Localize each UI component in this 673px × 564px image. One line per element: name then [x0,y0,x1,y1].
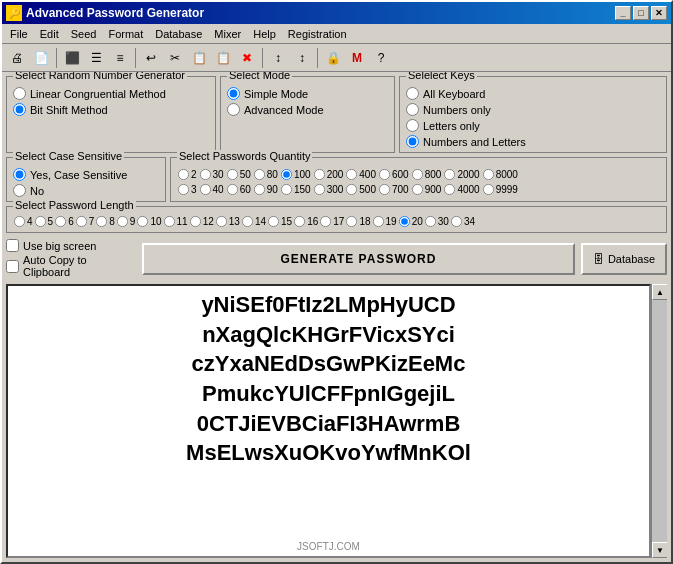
menu-help[interactable]: Help [247,26,282,42]
rng-linear-radio[interactable] [13,87,26,100]
qty-800-radio[interactable] [412,169,423,180]
toolbar-open[interactable]: 📄 [30,47,52,69]
menu-registration[interactable]: Registration [282,26,353,42]
toolbar-copy[interactable]: 📋 [188,47,210,69]
len-7: 7 [75,215,95,228]
qty-60-radio[interactable] [227,184,238,195]
mode-advanced-radio[interactable] [227,103,240,116]
scroll-up-button[interactable]: ▲ [652,284,667,300]
menu-seed[interactable]: Seed [65,26,103,42]
len-16-radio[interactable] [294,216,305,227]
toolbar-undo[interactable]: ↩ [140,47,162,69]
toolbar-align-center[interactable]: ☰ [85,47,107,69]
qty-900-radio[interactable] [412,184,423,195]
qty-grid: 2 30 50 80 100 200 400 600 800 2000 8000… [177,168,660,196]
len-4-radio[interactable] [14,216,25,227]
keys-numbers: Numbers only [406,103,660,116]
toolbar-align-left[interactable]: ⬛ [61,47,83,69]
auto-copy-checkbox[interactable] [6,260,19,273]
password-display: yNiSEf0FtIz2LMpHyUCD nXagQlcKHGrFVicxSYc… [6,284,651,558]
keys-letters-radio[interactable] [406,119,419,132]
keys-numletters-radio[interactable] [406,135,419,148]
len-30-radio[interactable] [425,216,436,227]
qty-150: 150 [280,183,311,196]
toolbar-align-right[interactable]: ≡ [109,47,131,69]
big-screen-checkbox[interactable] [6,239,19,252]
menu-mixer[interactable]: Mixer [208,26,247,42]
case-yes-radio[interactable] [13,168,26,181]
qty-40-radio[interactable] [200,184,211,195]
toolbar-lock[interactable]: 🔒 [322,47,344,69]
auto-copy-check: Auto Copy to Clipboard [6,254,136,278]
toolbar-paste[interactable]: 📋 [212,47,234,69]
toolbar-m[interactable]: M [346,47,368,69]
qty-200-radio[interactable] [314,169,325,180]
mode-advanced-label: Advanced Mode [244,104,324,116]
qty-900: 900 [411,183,442,196]
qty-150-radio[interactable] [281,184,292,195]
rng-bitshift-radio[interactable] [13,103,26,116]
len-13-radio[interactable] [216,216,227,227]
len-11-radio[interactable] [163,216,174,227]
qty-600: 600 [378,168,409,181]
len-5-radio[interactable] [35,216,46,227]
generate-button[interactable]: GENERATE PASSWORD [142,243,575,275]
menu-file[interactable]: File [4,26,34,42]
keys-all-radio[interactable] [406,87,419,100]
qty-3-radio[interactable] [178,184,189,195]
qty-50-radio[interactable] [227,169,238,180]
keys-numbers-radio[interactable] [406,103,419,116]
qty-4000-radio[interactable] [444,184,455,195]
toolbar-new[interactable]: 🖨 [6,47,28,69]
mode-simple-radio[interactable] [227,87,240,100]
len-15-radio[interactable] [268,216,279,227]
maximize-button[interactable]: □ [633,6,649,20]
qty-80-radio[interactable] [254,169,265,180]
qty-90-radio[interactable] [254,184,265,195]
qty-8000-radio[interactable] [483,169,494,180]
len-10: 10 [136,215,161,228]
qty-300-radio[interactable] [314,184,325,195]
qty-9999: 9999 [482,183,518,196]
qty-9999-radio[interactable] [483,184,494,195]
qty-700-radio[interactable] [379,184,390,195]
scroll-track[interactable] [652,300,667,542]
len-14-radio[interactable] [242,216,253,227]
len-9-radio[interactable] [117,216,128,227]
qty-100-radio[interactable] [281,169,292,180]
qty-2000-radio[interactable] [444,169,455,180]
mode-panel: Select Mode Simple Mode Advanced Mode [220,76,395,153]
big-screen-check: Use big screen [6,239,136,252]
database-button[interactable]: 🗄 Database [581,243,667,275]
minimize-button[interactable]: _ [615,6,631,20]
toolbar-cut[interactable]: ✂ [164,47,186,69]
qty-400-radio[interactable] [346,169,357,180]
scroll-down-button[interactable]: ▼ [652,542,667,558]
toolbar-sort-asc[interactable]: ↕ [267,47,289,69]
len-20-radio[interactable] [399,216,410,227]
menu-edit[interactable]: Edit [34,26,65,42]
case-yes-label: Yes, Case Sensitive [30,169,127,181]
keys-letters-label: Letters only [423,120,480,132]
len-19-radio[interactable] [372,216,383,227]
len-18-radio[interactable] [346,216,357,227]
qty-500-radio[interactable] [346,184,357,195]
len-6-radio[interactable] [55,216,66,227]
qty-200: 200 [313,168,344,181]
toolbar-delete[interactable]: ✖ [236,47,258,69]
len-12-radio[interactable] [190,216,201,227]
toolbar-help[interactable]: ? [370,47,392,69]
qty-30-radio[interactable] [200,169,211,180]
toolbar-sort-desc[interactable]: ↕ [291,47,313,69]
len-8-radio[interactable] [96,216,107,227]
close-button[interactable]: ✕ [651,6,667,20]
qty-600-radio[interactable] [379,169,390,180]
len-10-radio[interactable] [137,216,148,227]
case-no-radio[interactable] [13,184,26,197]
menu-format[interactable]: Format [102,26,149,42]
menu-database[interactable]: Database [149,26,208,42]
len-34-radio[interactable] [451,216,462,227]
len-7-radio[interactable] [76,216,87,227]
len-17-radio[interactable] [320,216,331,227]
qty-2-radio[interactable] [178,169,189,180]
